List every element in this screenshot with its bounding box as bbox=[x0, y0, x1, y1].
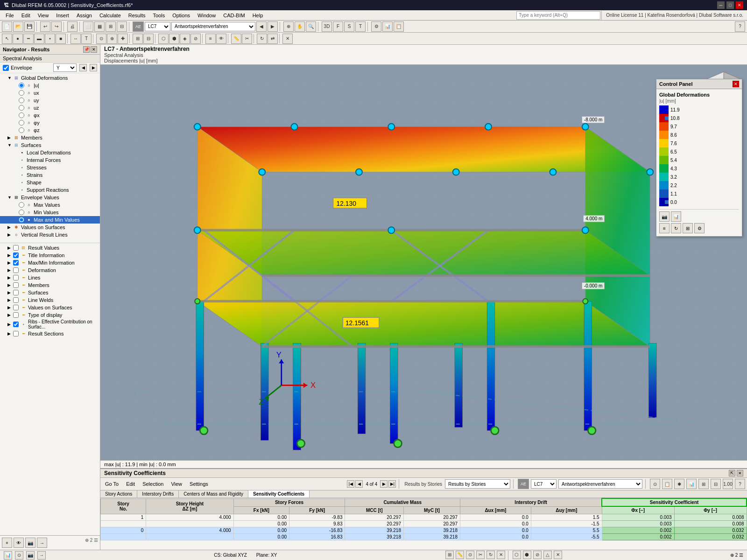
tb-move[interactable]: ✋ bbox=[295, 21, 305, 32]
cb-result-values[interactable] bbox=[13, 245, 19, 251]
tt-icon1[interactable]: ⊙ bbox=[650, 479, 660, 489]
radio-phix[interactable] bbox=[19, 112, 24, 118]
cb-result-sections[interactable] bbox=[13, 331, 19, 336]
nav-result-sections[interactable]: ▶ ━ Result Sections bbox=[0, 330, 100, 337]
data-table-wrapper[interactable]: StoryNo. Story HeightΔZ [m] Story Forces… bbox=[100, 498, 747, 550]
nav-vertical-lines[interactable]: ▶ ○ Vertical Result Lines bbox=[0, 231, 100, 238]
tt-view[interactable]: View bbox=[168, 481, 185, 487]
tb-settings[interactable]: ⚙ bbox=[371, 21, 381, 32]
cp-tool-3[interactable]: ≡ bbox=[659, 223, 669, 233]
tb2-display[interactable]: 👁 bbox=[216, 34, 226, 44]
tb2-select[interactable]: ↖ bbox=[2, 34, 12, 44]
sb-btn1[interactable]: 📊 bbox=[4, 551, 12, 560]
tt-icon2[interactable]: 📋 bbox=[662, 479, 672, 489]
tb-open[interactable]: 📂 bbox=[13, 21, 23, 32]
nav-prev-btn[interactable]: ◀ bbox=[79, 64, 87, 71]
tb2-line[interactable]: ━ bbox=[23, 34, 34, 44]
radio-phiz[interactable] bbox=[19, 127, 24, 133]
cb-deformation[interactable] bbox=[13, 267, 19, 273]
nav-lines-bottom[interactable]: ▶ ━ Lines bbox=[0, 274, 100, 281]
nav-title-info[interactable]: ▶ ━ Title Information bbox=[0, 252, 100, 259]
nav-global-deformations[interactable]: ▼ ⊞ Global Deformations bbox=[0, 74, 100, 82]
tb2-more2[interactable]: ⬢ bbox=[169, 34, 179, 44]
tb-redo[interactable]: ↪ bbox=[51, 21, 62, 32]
menu-tools[interactable]: Tools bbox=[149, 12, 169, 19]
cb-title-info[interactable] bbox=[13, 252, 19, 258]
menu-assign[interactable]: Assign bbox=[73, 12, 96, 19]
nav-first[interactable]: |◀ bbox=[347, 480, 354, 488]
sb-btn3[interactable]: 📷 bbox=[26, 551, 35, 560]
nav-max-min-values[interactable]: ● Max and Min Values bbox=[0, 216, 100, 224]
nav-ux[interactable]: ○ ux bbox=[0, 89, 100, 97]
nav-line-welds[interactable]: ▶ ━ Line Welds bbox=[0, 296, 100, 304]
tb-3d[interactable]: 3D bbox=[322, 21, 332, 32]
nav-envelope-values[interactable]: ▼ ⊞ Envelope Values bbox=[0, 194, 100, 201]
nav-phiz[interactable]: ○ φz bbox=[0, 126, 100, 134]
nav-internal-forces[interactable]: ▪ Internal Forces bbox=[0, 156, 100, 164]
tt-lc[interactable]: LC7 bbox=[531, 479, 557, 489]
nav-strains[interactable]: ▪ Strains bbox=[0, 171, 100, 179]
sb-tool3[interactable]: ⊙ bbox=[466, 551, 474, 559]
tb2-layers[interactable]: ≡ bbox=[205, 34, 216, 44]
tb-front[interactable]: F bbox=[333, 21, 343, 32]
tt-edit[interactable]: Edit bbox=[123, 481, 138, 487]
menu-window[interactable]: Window bbox=[194, 12, 219, 19]
nav-u-total[interactable]: ○ |u| bbox=[0, 82, 100, 89]
radio-uz[interactable] bbox=[19, 105, 24, 111]
tb2-dim[interactable]: ↔ bbox=[70, 34, 81, 44]
tb-ae[interactable]: AE bbox=[133, 21, 144, 32]
search-input[interactable] bbox=[516, 11, 600, 20]
cp-tool-5[interactable]: ⊞ bbox=[683, 223, 693, 233]
viewport[interactable]: X Y Z 12.130 12.1561 bbox=[100, 65, 747, 460]
radio-maxmin[interactable] bbox=[19, 217, 24, 223]
nav-pin-btn[interactable]: 📌 bbox=[83, 46, 90, 53]
tb-play2[interactable]: ▶ bbox=[268, 21, 278, 32]
results-combo[interactable]: Results by Stories bbox=[445, 479, 510, 489]
radio-max[interactable] bbox=[19, 202, 24, 208]
cp-tool-2[interactable]: 📊 bbox=[671, 211, 681, 222]
cp-tool-4[interactable]: ↻ bbox=[671, 223, 681, 233]
tt-ae2[interactable]: AE bbox=[518, 479, 529, 489]
tb-view3[interactable]: ⊞ bbox=[106, 21, 116, 32]
tb2-surf[interactable]: ▪ bbox=[45, 34, 55, 44]
tt-icon3[interactable]: ✱ bbox=[674, 479, 684, 489]
nav-surfaces[interactable]: ▼ ⊞ Surfaces bbox=[0, 141, 100, 149]
tt-settings[interactable]: Settings bbox=[187, 481, 211, 487]
envelope-combo[interactable]: Y X bbox=[53, 63, 77, 72]
tb-top[interactable]: T bbox=[355, 21, 366, 32]
nav-local-def[interactable]: ▪ Local Deformations bbox=[0, 149, 100, 156]
tb2-grid[interactable]: ⊞ bbox=[133, 34, 143, 44]
tb-print[interactable]: 🖨 bbox=[67, 21, 78, 32]
tb-new[interactable]: 📄 bbox=[2, 21, 12, 32]
nav-members-bottom[interactable]: ▶ ━ Members bbox=[0, 281, 100, 289]
tb2-node[interactable]: ● bbox=[13, 34, 23, 44]
cb-lines[interactable] bbox=[13, 275, 19, 280]
menu-results[interactable]: Results bbox=[125, 12, 149, 19]
desc-combo[interactable]: Antwortspektrenverfahren bbox=[171, 22, 255, 31]
tb-undo[interactable]: ↩ bbox=[40, 21, 50, 32]
sb-tool2[interactable]: 📏 bbox=[456, 551, 464, 559]
btab-centers[interactable]: Centers of Mass and Rigidity bbox=[179, 490, 248, 497]
menu-insert[interactable]: Insert bbox=[52, 12, 73, 19]
nav-phix[interactable]: ○ φx bbox=[0, 112, 100, 119]
menu-edit[interactable]: Edit bbox=[18, 12, 34, 19]
cb-ribs[interactable] bbox=[13, 322, 19, 327]
tb-more1[interactable]: 📊 bbox=[382, 21, 393, 32]
btab-sensitivity[interactable]: Sensitivity Coefficients bbox=[248, 490, 310, 497]
nav-type-display[interactable]: ▶ ━ Type of display bbox=[0, 311, 100, 319]
tb2-mem[interactable]: ▬ bbox=[34, 34, 44, 44]
menu-file[interactable]: File bbox=[2, 12, 18, 19]
sb-tool10[interactable]: △ bbox=[543, 551, 552, 559]
nav-prev[interactable]: ◀ bbox=[355, 480, 363, 488]
sb-tool5[interactable]: ↻ bbox=[486, 551, 495, 559]
radio-u-total[interactable] bbox=[19, 83, 24, 88]
nav-support-reactions[interactable]: ▪ Support Reactions bbox=[0, 186, 100, 194]
menu-cadbim[interactable]: CAD-BIM bbox=[219, 12, 248, 19]
sb-tool6[interactable]: ✕ bbox=[497, 551, 505, 559]
tb2-more1[interactable]: ⬡ bbox=[158, 34, 169, 44]
cp-tool-1[interactable]: 📷 bbox=[659, 211, 669, 222]
cp-close-btn[interactable]: ✕ bbox=[733, 81, 739, 87]
nav-btn-cam[interactable]: 📷 bbox=[25, 538, 35, 548]
sb-tool8[interactable]: ⬢ bbox=[523, 551, 531, 559]
cp-tool-6[interactable]: ⚙ bbox=[694, 223, 705, 233]
